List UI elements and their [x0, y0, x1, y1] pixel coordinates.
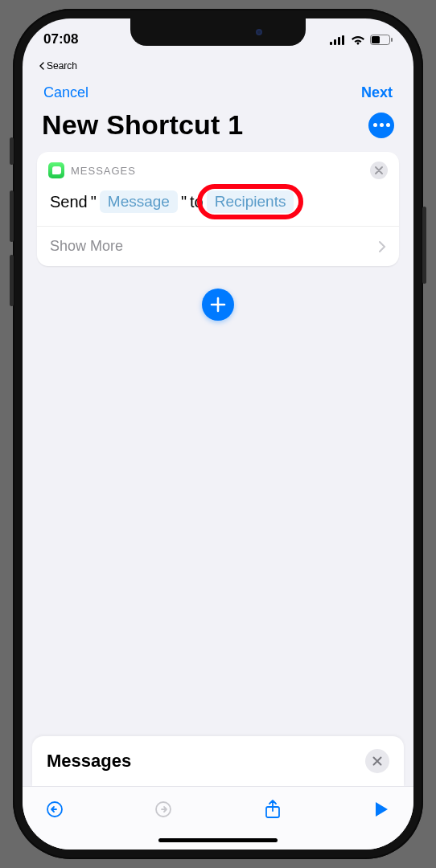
svg-rect-6 — [391, 38, 393, 42]
battery-icon — [370, 35, 393, 45]
show-more-label: Show More — [50, 238, 123, 255]
redo-button — [152, 798, 175, 821]
action-to: to — [190, 193, 204, 211]
messages-app-icon — [48, 162, 64, 178]
home-indicator[interactable] — [23, 830, 413, 850]
message-param[interactable]: Message — [100, 190, 178, 213]
chevron-left-icon — [39, 62, 45, 70]
breadcrumb-label: Search — [47, 60, 77, 72]
run-button[interactable] — [370, 798, 393, 821]
share-icon — [264, 799, 282, 820]
panel-title: Messages — [47, 751, 131, 772]
quote-close: " — [181, 193, 187, 211]
cancel-button[interactable]: Cancel — [43, 84, 88, 101]
more-button[interactable] — [368, 113, 394, 138]
breadcrumb-back[interactable]: Search — [23, 60, 413, 72]
svg-rect-2 — [338, 37, 340, 45]
suggestions-panel[interactable]: Messages — [32, 736, 404, 786]
wifi-icon — [351, 35, 365, 45]
remove-action-button[interactable] — [370, 162, 388, 179]
svg-rect-3 — [342, 35, 344, 45]
add-action-button[interactable] — [202, 289, 234, 321]
share-button[interactable] — [261, 798, 284, 821]
svg-rect-5 — [372, 36, 380, 43]
redo-icon — [154, 800, 173, 819]
close-icon — [372, 756, 382, 766]
undo-button[interactable] — [43, 798, 66, 821]
undo-icon — [45, 800, 64, 819]
cellular-icon — [330, 35, 346, 45]
show-more-row[interactable]: Show More — [37, 226, 399, 266]
spacer — [23, 321, 413, 736]
plus-icon — [210, 297, 226, 313]
chevron-right-icon — [378, 240, 386, 253]
next-button[interactable]: Next — [361, 84, 393, 101]
action-app-label: MESSAGES — [71, 165, 136, 177]
recipients-param[interactable]: Recipients — [207, 190, 294, 213]
svg-rect-0 — [330, 42, 332, 45]
panel-close-button[interactable] — [365, 749, 389, 773]
svg-rect-1 — [334, 39, 336, 45]
action-verb: Send — [50, 193, 88, 211]
clock: 07:08 — [43, 31, 78, 47]
page-title: New Shortcut 1 — [42, 109, 243, 141]
play-icon — [373, 800, 389, 818]
close-icon — [375, 166, 383, 174]
bottom-toolbar — [23, 786, 413, 830]
front-camera — [256, 29, 262, 35]
action-card: MESSAGES Send " Message " to Recipients … — [37, 152, 399, 266]
quote-open: " — [91, 193, 97, 211]
